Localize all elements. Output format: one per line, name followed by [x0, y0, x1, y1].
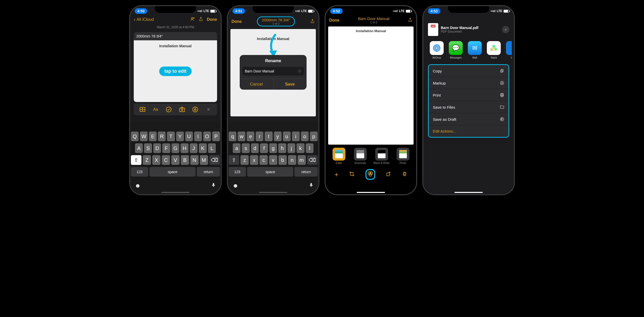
mic-key[interactable]: [309, 182, 314, 189]
numbers-key[interactable]: 123: [229, 167, 246, 177]
table-icon[interactable]: [139, 106, 146, 113]
save-files-action[interactable]: Save to Files: [429, 101, 508, 113]
mail-app[interactable]: ✉Mail: [467, 41, 482, 59]
key[interactable]: l: [306, 143, 314, 153]
filter-bw[interactable]: Black & White: [372, 148, 391, 164]
share-icon[interactable]: [199, 17, 203, 22]
key[interactable]: S: [144, 143, 152, 153]
key[interactable]: O: [203, 132, 211, 141]
key[interactable]: Q: [131, 132, 139, 141]
key[interactable]: t: [265, 132, 272, 141]
key[interactable]: F: [162, 143, 170, 153]
key[interactable]: m: [298, 155, 306, 165]
cancel-button[interactable]: Cancel: [240, 79, 273, 90]
delete-key[interactable]: ⌫: [307, 155, 318, 165]
filters-button[interactable]: [365, 169, 375, 180]
key[interactable]: T: [167, 132, 175, 141]
save-draft-action[interactable]: Save as Draft: [429, 113, 508, 125]
markup-icon[interactable]: [192, 106, 199, 113]
key[interactable]: i: [292, 132, 300, 141]
slack-app[interactable]: ⁂Slack: [486, 41, 502, 59]
done-button[interactable]: Done: [231, 19, 242, 24]
numbers-key[interactable]: 123: [131, 167, 148, 177]
text-format-icon[interactable]: Aa: [152, 106, 159, 113]
key[interactable]: X: [152, 155, 160, 165]
emoji-key[interactable]: ☻: [232, 182, 238, 189]
key[interactable]: k: [297, 143, 304, 153]
key[interactable]: w: [238, 132, 245, 141]
trash-icon[interactable]: [402, 171, 407, 178]
rename-input[interactable]: Barn Door Manual ⓧ: [242, 67, 304, 76]
home-indicator[interactable]: [357, 192, 385, 193]
keyboard[interactable]: QWERTYUIOP ASDFGHJKL ⇧ ZXCVBNM ⌫ 123 spa…: [130, 121, 221, 194]
key[interactable]: f: [260, 143, 268, 153]
key[interactable]: s: [242, 143, 249, 153]
done-button[interactable]: Done: [329, 18, 339, 23]
key[interactable]: j: [288, 143, 295, 153]
clear-icon[interactable]: ⓧ: [298, 69, 301, 73]
share-icon[interactable]: [310, 19, 315, 24]
key[interactable]: V: [171, 155, 180, 165]
key[interactable]: L: [208, 143, 216, 153]
key[interactable]: G: [172, 143, 179, 153]
key[interactable]: e: [247, 132, 254, 141]
crop-icon[interactable]: [349, 171, 355, 178]
mic-key[interactable]: [211, 182, 216, 189]
delete-key[interactable]: ⌫: [209, 155, 220, 165]
document-page[interactable]: Installation Manual: [328, 26, 414, 145]
key[interactable]: d: [251, 143, 259, 153]
space-key[interactable]: space: [247, 167, 293, 177]
key[interactable]: b: [279, 155, 287, 165]
airdrop-app[interactable]: AirDrop: [429, 41, 444, 59]
save-button[interactable]: Save: [273, 79, 307, 90]
key[interactable]: q: [229, 132, 236, 141]
markup-action[interactable]: Markup: [429, 77, 508, 89]
key[interactable]: E: [149, 132, 157, 141]
key[interactable]: y: [274, 132, 282, 141]
key[interactable]: p: [310, 132, 318, 141]
document-attachment[interactable]: 2000mm 78 3/4" Installation Manual tap t…: [134, 32, 217, 102]
home-indicator[interactable]: [454, 192, 483, 193]
back-button[interactable]: ‹All iCloud: [134, 16, 154, 22]
rotate-icon[interactable]: [386, 171, 391, 178]
key[interactable]: K: [199, 143, 207, 153]
emoji-key[interactable]: ☻: [135, 182, 141, 189]
key[interactable]: B: [181, 155, 189, 165]
space-key[interactable]: space: [149, 167, 195, 177]
key[interactable]: M: [200, 155, 208, 165]
document-title-button[interactable]: 2000mm 78 3/4" 1 of 2: [257, 16, 295, 26]
key[interactable]: A: [135, 143, 143, 153]
key[interactable]: U: [185, 132, 193, 141]
checklist-icon[interactable]: [165, 106, 172, 113]
camera-icon[interactable]: [179, 106, 185, 113]
key[interactable]: Z: [143, 155, 151, 165]
done-button[interactable]: Done: [207, 17, 217, 22]
key[interactable]: R: [158, 132, 166, 141]
key[interactable]: x: [250, 155, 258, 165]
key[interactable]: N: [190, 155, 199, 165]
filter-grayscale[interactable]: Grayscale: [351, 148, 370, 164]
key[interactable]: z: [240, 155, 249, 165]
home-indicator[interactable]: [259, 192, 287, 193]
key[interactable]: h: [278, 143, 286, 153]
shift-key[interactable]: ⇧: [229, 155, 239, 165]
key[interactable]: W: [140, 132, 148, 141]
copy-action[interactable]: Copy: [429, 65, 508, 77]
filter-color[interactable]: Color: [329, 148, 348, 164]
key[interactable]: v: [269, 155, 277, 165]
app-more[interactable]: •Wo: [505, 41, 512, 59]
close-icon[interactable]: ✕: [205, 106, 212, 113]
document-title-button[interactable]: Barn Door Manual 1 of 2: [339, 16, 408, 24]
key[interactable]: I: [194, 132, 202, 141]
return-key[interactable]: return: [197, 167, 220, 177]
messages-app[interactable]: 💬Messages: [448, 41, 463, 59]
add-page-icon[interactable]: +: [335, 171, 338, 179]
key[interactable]: C: [162, 155, 170, 165]
key[interactable]: g: [269, 143, 277, 153]
share-icon[interactable]: [408, 17, 413, 23]
print-action[interactable]: Print: [429, 89, 508, 101]
shift-key[interactable]: ⇧: [131, 155, 141, 165]
key[interactable]: a: [233, 143, 240, 153]
key[interactable]: H: [181, 143, 188, 153]
key[interactable]: P: [212, 132, 220, 141]
